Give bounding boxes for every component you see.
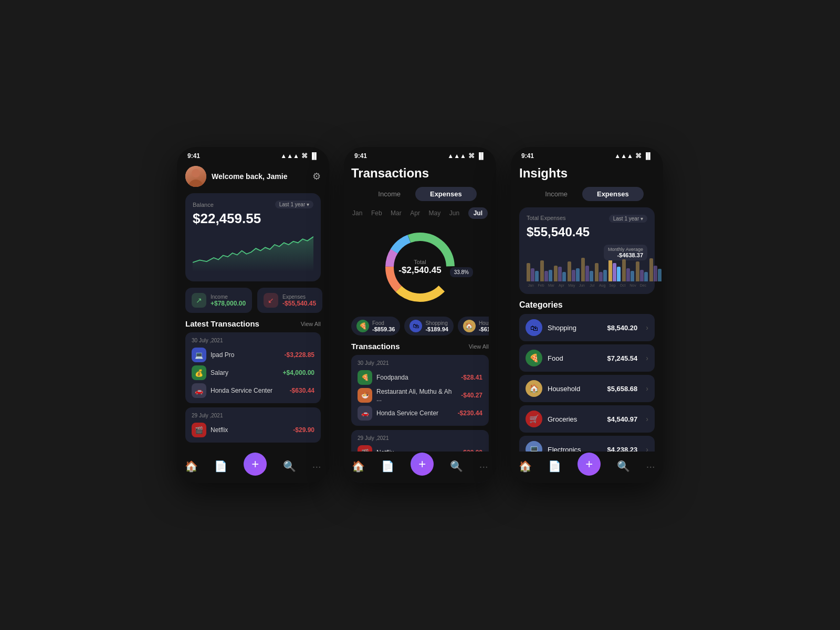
phone-transactions: 9:41 ▲▲▲ ⌘ ▐▌ Transactions Income Expens… — [344, 147, 496, 483]
phone-insights: 9:41 ▲▲▲ ⌘ ▐▌ Insights Income Expenses T… — [511, 147, 663, 483]
bar-group-7 — [622, 259, 634, 281]
bar-9-0 — [649, 258, 653, 281]
cat-food[interactable]: 🍕 Food -$859.36 — [351, 317, 400, 335]
nav-more-3[interactable]: ··· — [646, 460, 655, 472]
nav-add-1[interactable]: + — [244, 453, 267, 476]
ipad-amount: -$3,228.85 — [285, 351, 314, 359]
transactions-title: Latest Transactions — [185, 319, 259, 328]
groceries-cat-amount: $4,540.97 — [607, 415, 637, 423]
balance-period[interactable]: Last 1 year ▾ — [275, 201, 313, 208]
bar-4-0 — [581, 258, 585, 281]
avatar — [185, 166, 206, 187]
month-jan[interactable]: Jan — [352, 209, 362, 217]
transactions-view-all[interactable]: View All — [301, 321, 321, 327]
bar-1-2 — [549, 270, 552, 281]
ipad-name: Ipad Pro — [211, 351, 280, 359]
status-bar-3: 9:41 ▲▲▲ ⌘ ▐▌ — [511, 147, 663, 162]
bottom-nav-1: 🏠 📄 + 🔍 ··· — [177, 452, 329, 483]
battery-icon-2: ▐▌ — [477, 152, 486, 160]
cat-shopping-insights[interactable]: 🛍 Shopping $8,540.20 › — [519, 314, 655, 341]
bar-group-5 — [595, 263, 607, 281]
month-jul[interactable]: Jul — [468, 207, 488, 219]
t2-honda-name: Honda Service Center — [376, 410, 454, 417]
donut-tooltip: 33.8% — [450, 267, 473, 277]
battery-icon-3: ▐▌ — [644, 152, 653, 160]
household-chip-label: Household — [479, 320, 489, 326]
nav-home-1[interactable]: 🏠 — [185, 460, 198, 472]
shopping-cat-name: Shopping — [548, 324, 602, 332]
month-label-11: Dec — [639, 284, 647, 287]
donut-total-amount: -$2,540.45 — [398, 265, 441, 276]
cat-household[interactable]: 🏠 Household -$612.52 — [458, 317, 489, 335]
groceries-cat-name: Groceries — [548, 415, 602, 423]
nav-home-2[interactable]: 🏠 — [352, 460, 365, 472]
monthly-avg-label: Monthly Average — [608, 247, 643, 252]
nav-more-1[interactable]: ··· — [312, 460, 321, 472]
shopping-chip-amount: -$189.94 — [425, 326, 448, 332]
month-feb[interactable]: Feb — [371, 209, 382, 217]
settings-icon[interactable]: ⚙ — [312, 171, 321, 182]
te-period[interactable]: Last 1 year ▾ — [609, 215, 647, 223]
expense-icon: ↙ — [264, 293, 278, 308]
shopping-cat-amount: $8,540.20 — [607, 324, 637, 332]
nav-home-3[interactable]: 🏠 — [519, 460, 532, 472]
t2-foodpanda: 🍕 Foodpanda -$28.41 — [358, 370, 482, 385]
battery-icon-1: ▐▌ — [310, 152, 319, 160]
line-chart-svg — [193, 232, 313, 274]
nav-add-3[interactable]: + — [578, 453, 601, 476]
wifi-icon-3: ⌘ — [635, 152, 642, 160]
bar-5-0 — [595, 263, 598, 281]
bar-group-8 — [636, 261, 648, 281]
nav-search-3[interactable]: 🔍 — [617, 460, 630, 472]
bar-4-2 — [590, 271, 593, 281]
month-jun[interactable]: Jun — [449, 209, 459, 217]
bar-0-2 — [535, 271, 539, 281]
household-chip-info: Household -$612.52 — [479, 320, 489, 332]
nav-search-2[interactable]: 🔍 — [450, 460, 463, 472]
total-expenses-card: Total Expenses Last 1 year ▾ $55,540.45 … — [519, 207, 655, 294]
expense-label: Expenses — [282, 294, 316, 300]
nav-add-2[interactable]: + — [411, 453, 434, 476]
bar-2-0 — [554, 266, 558, 281]
signal-icon-2: ▲▲▲ — [447, 152, 466, 160]
netflix-name: Netflix — [211, 426, 289, 434]
transactions-content: Transactions Income Expenses Jan Feb Mar… — [344, 162, 496, 483]
bar-4-1 — [585, 266, 589, 281]
restaurant-name: Restaurant Ali, Muthu & Ah ... — [376, 388, 457, 403]
month-apr[interactable]: Apr — [410, 209, 420, 217]
cat-groceries-insights[interactable]: 🛒 Groceries $4,540.97 › — [519, 405, 655, 433]
household-chevron: › — [646, 384, 648, 393]
month-may[interactable]: May — [429, 209, 441, 217]
income-value: +$78,000.00 — [211, 300, 246, 307]
expense-value: -$55,540.45 — [282, 300, 316, 307]
nav-docs-3[interactable]: 📄 — [548, 460, 561, 472]
transactions-section-header: Transactions View All — [351, 342, 489, 351]
foodpanda-name: Foodpanda — [376, 374, 457, 381]
tab-expenses-2[interactable]: Expenses — [415, 187, 477, 201]
transactions-view-all-2[interactable]: View All — [469, 343, 489, 350]
nav-more-2[interactable]: ··· — [479, 460, 488, 472]
tab-expenses-3[interactable]: Expenses — [582, 187, 644, 201]
t2-group-1: 30 July ,2021 🍕 Foodpanda -$28.41 🍜 Rest… — [351, 355, 489, 426]
bar-group-1 — [540, 260, 552, 281]
bar-0-0 — [527, 263, 530, 281]
income-info: Income +$78,000.00 — [211, 294, 246, 307]
transaction-salary: 💰 Salary +$4,000.00 — [192, 365, 314, 380]
cat-household-insights[interactable]: 🏠 Household $5,658.68 › — [519, 375, 655, 402]
group-date-2: 29 July ,2021 — [192, 413, 314, 418]
tab-income-3[interactable]: Income — [530, 187, 582, 201]
nav-search-1[interactable]: 🔍 — [283, 460, 296, 472]
nav-docs-1[interactable]: 📄 — [214, 460, 227, 472]
bottom-nav-2: 🏠 📄 + 🔍 ··· — [344, 452, 496, 483]
transaction-group-1: 30 July ,2021 💻 Ipad Pro -$3,228.85 💰 Sa… — [185, 332, 321, 403]
t2-date-1: 30 July ,2021 — [358, 360, 482, 366]
cat-shopping[interactable]: 🛍 Shopping -$189.94 — [404, 317, 453, 335]
cat-food-insights[interactable]: 🍕 Food $7,245.54 › — [519, 344, 655, 372]
nav-docs-2[interactable]: 📄 — [381, 460, 394, 472]
month-mar[interactable]: Mar — [391, 209, 402, 217]
categories-scroll: 🍕 Food -$859.36 🛍 Shopping -$189.94 🏠 — [351, 317, 489, 335]
t2-restaurant: 🍜 Restaurant Ali, Muthu & Ah ... -$40.27 — [358, 388, 482, 403]
bar-1-0 — [540, 260, 544, 281]
bottom-nav-3: 🏠 📄 + 🔍 ··· — [511, 452, 663, 483]
tab-income-2[interactable]: Income — [363, 187, 415, 201]
